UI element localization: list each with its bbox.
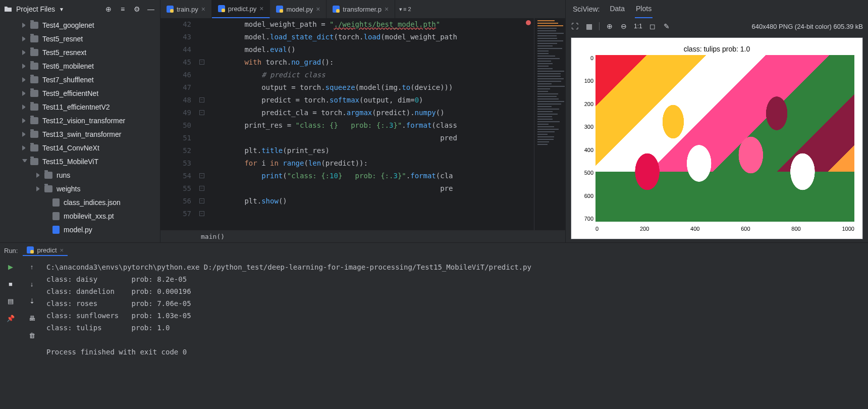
dropdown-icon[interactable]: ▼ bbox=[59, 7, 64, 12]
py-icon bbox=[52, 226, 60, 234]
tree-arrow-icon[interactable] bbox=[22, 159, 27, 164]
close-icon[interactable]: × bbox=[385, 5, 389, 13]
tree-arrow-icon[interactable] bbox=[22, 132, 27, 137]
fit-screen-icon[interactable]: ⛶ bbox=[571, 22, 579, 30]
zoom-reset[interactable]: 1:1 bbox=[634, 22, 642, 30]
down-icon[interactable]: ↓ bbox=[27, 279, 36, 288]
sciview-tab-plots[interactable]: Plots bbox=[635, 0, 653, 18]
fold-gutter[interactable]: −−−−−−− bbox=[198, 18, 206, 230]
error-indicator-icon[interactable] bbox=[526, 20, 531, 25]
crop-icon[interactable]: ◻ bbox=[648, 22, 657, 30]
folder-icon bbox=[30, 144, 38, 151]
layout-icon[interactable]: ▤ bbox=[6, 296, 15, 305]
tree-item[interactable]: Test13_swin_transformer bbox=[0, 127, 160, 141]
sciview-toolbar: ⛶ ▦ ⊕ ⊖ 1:1 ◻ ✎ 640x480 PNG (24-bit colo… bbox=[566, 18, 868, 34]
folder-icon bbox=[30, 35, 38, 42]
stop-icon[interactable]: ■ bbox=[6, 279, 15, 288]
tree-item[interactable]: runs bbox=[0, 168, 160, 182]
tree-item[interactable]: class_indices.json bbox=[0, 195, 160, 209]
tree-arrow-icon[interactable] bbox=[22, 23, 27, 28]
tree-item[interactable]: Test11_efficientnetV2 bbox=[0, 100, 160, 114]
hide-icon[interactable]: — bbox=[146, 4, 156, 14]
tree-item-label: weights bbox=[57, 185, 80, 193]
folder-icon bbox=[30, 49, 38, 56]
tree-item[interactable]: Test9_efficientNet bbox=[0, 86, 160, 100]
tab-label: model.py bbox=[286, 6, 313, 13]
editor-tabs: train.py×predict.py×model.py×transformer… bbox=[160, 0, 565, 18]
editor-tab[interactable]: predict.py× bbox=[212, 0, 270, 18]
tree-item-label: Test5_resnet bbox=[42, 35, 83, 43]
minimap[interactable] bbox=[534, 18, 565, 230]
tree-arrow-icon[interactable] bbox=[22, 36, 27, 41]
close-icon[interactable]: × bbox=[201, 5, 205, 13]
breadcrumb[interactable]: main() bbox=[160, 230, 565, 242]
tree-item[interactable]: Test7_shufflenet bbox=[0, 73, 160, 86]
folder-icon bbox=[30, 117, 38, 124]
tree-item[interactable]: Test15_MobileViT bbox=[0, 155, 160, 168]
plot-y-ticks: 0100200300400500600700 bbox=[575, 55, 593, 222]
color-picker-icon[interactable]: ✎ bbox=[663, 22, 671, 30]
tree-arrow-icon[interactable] bbox=[22, 145, 27, 150]
editor-tab[interactable]: transformer.p× bbox=[327, 0, 395, 18]
project-sidebar: Project Files ▼ ⊕ ≡ ⚙ — Test4_googlenetT… bbox=[0, 0, 160, 242]
run-toolbar-left: ▶ ■ ▤ 📌 bbox=[0, 258, 21, 409]
tree-arrow-icon[interactable] bbox=[22, 50, 27, 55]
rerun-icon[interactable]: ▶ bbox=[6, 262, 15, 271]
export-icon[interactable]: ⇣ bbox=[27, 296, 36, 305]
tree-item-label: model.py bbox=[64, 226, 92, 234]
folder-icon bbox=[44, 172, 52, 179]
code-area[interactable]: 42434445464748495051525354555657 −−−−−−−… bbox=[160, 18, 565, 230]
run-label: Run: bbox=[4, 247, 18, 254]
tree-item[interactable]: Test14_ConvNeXt bbox=[0, 141, 160, 155]
console-output[interactable]: C:\anaconda3\envs\pytorch\python.exe D:/… bbox=[42, 258, 868, 409]
plot[interactable]: class: tulips prob: 1.0 0100200300400500… bbox=[571, 37, 863, 239]
tree-item-label: Test11_efficientnetV2 bbox=[42, 103, 110, 111]
file-icon bbox=[52, 212, 60, 220]
close-icon[interactable]: × bbox=[60, 246, 64, 254]
tree-arrow-icon[interactable] bbox=[22, 77, 27, 82]
tree-item[interactable]: Test12_vision_transformer bbox=[0, 114, 160, 127]
folder-icon bbox=[4, 5, 12, 13]
close-icon[interactable]: × bbox=[259, 5, 263, 13]
python-icon bbox=[333, 6, 340, 13]
code-content[interactable]: model_weight_path = "./weights/best_mode… bbox=[206, 18, 534, 230]
tree-item-label: Test12_vision_transformer bbox=[42, 117, 125, 125]
plot-title: class: tulips prob: 1.0 bbox=[571, 45, 862, 53]
run-tab[interactable]: predict × bbox=[23, 245, 68, 256]
settings-icon[interactable]: ⚙ bbox=[132, 4, 142, 14]
tree-item-label: Test4_googlenet bbox=[42, 21, 94, 29]
sciview-tab-data[interactable]: Data bbox=[609, 0, 626, 18]
sidebar-title[interactable]: Project Files bbox=[16, 5, 55, 13]
tree-item[interactable]: Test5_resnet bbox=[0, 32, 160, 45]
close-icon[interactable]: × bbox=[316, 5, 320, 13]
tree-arrow-icon[interactable] bbox=[22, 91, 27, 96]
pin-icon[interactable]: 📌 bbox=[6, 314, 15, 323]
editor-tab[interactable]: model.py× bbox=[270, 0, 327, 18]
tree-arrow-icon[interactable] bbox=[36, 173, 41, 178]
tabs-more[interactable]: ▾≡ 2 bbox=[395, 0, 415, 18]
tree-item[interactable]: model.py bbox=[0, 223, 160, 236]
zoom-out-icon[interactable]: ⊖ bbox=[620, 22, 628, 30]
tree-arrow-icon[interactable] bbox=[22, 64, 27, 69]
print-icon[interactable]: 🖶 bbox=[27, 314, 36, 323]
tree-arrow-icon[interactable] bbox=[22, 105, 27, 110]
editor-tab[interactable]: train.py× bbox=[160, 0, 212, 18]
tree-item[interactable]: Test4_googlenet bbox=[0, 18, 160, 32]
collapse-icon[interactable]: ≡ bbox=[118, 4, 128, 14]
trash-icon[interactable]: 🗑 bbox=[27, 331, 36, 340]
tree-item[interactable]: mobilevit_xxs.pt bbox=[0, 209, 160, 223]
plot-container: class: tulips prob: 1.0 0100200300400500… bbox=[566, 34, 868, 242]
grid-icon[interactable]: ▦ bbox=[585, 22, 593, 30]
sciview-header: SciView: Data Plots bbox=[566, 0, 868, 18]
tree-arrow-icon[interactable] bbox=[36, 186, 41, 191]
svg-rect-7 bbox=[336, 9, 340, 13]
tree-item[interactable]: Test6_mobilenet bbox=[0, 59, 160, 73]
tree-arrow-icon[interactable] bbox=[22, 118, 27, 123]
folder-icon bbox=[30, 90, 38, 97]
locate-icon[interactable]: ⊕ bbox=[103, 4, 114, 14]
file-tree[interactable]: Test4_googlenetTest5_resnetTest5_resnext… bbox=[0, 18, 160, 242]
tree-item[interactable]: Test5_resnext bbox=[0, 45, 160, 59]
tree-item[interactable]: weights bbox=[0, 182, 160, 195]
zoom-in-icon[interactable]: ⊕ bbox=[606, 22, 614, 30]
up-icon[interactable]: ↑ bbox=[27, 262, 36, 271]
